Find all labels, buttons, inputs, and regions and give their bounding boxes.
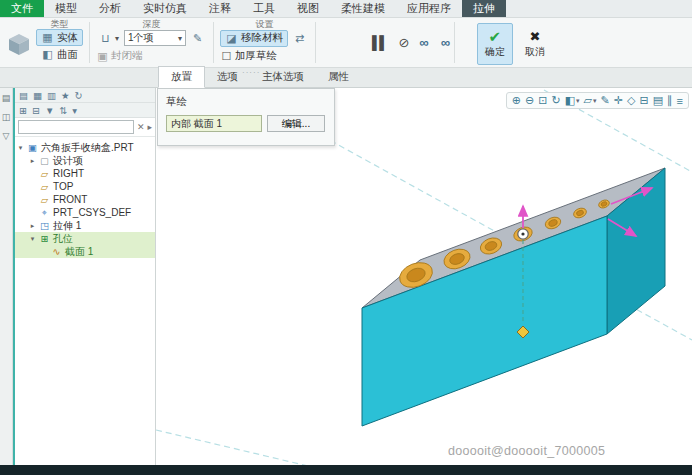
plane-icon: ▱: [39, 181, 50, 192]
tree-item-extrude-1[interactable]: ▸ ◳ 拉伸 1: [15, 219, 155, 232]
ribbon-separator: [213, 22, 214, 63]
expand-all-icon[interactable]: ⊞: [19, 105, 27, 116]
tree-item-design-items[interactable]: ▸ ▢ 设计项: [15, 154, 155, 167]
left-rail: ▤ ◫ ▽: [0, 88, 13, 465]
tree-item-section-1[interactable]: ∿ 截面 1: [15, 245, 155, 258]
tree-item-top-plane[interactable]: ▱ TOP: [15, 180, 155, 193]
tree-item-label: 截面 1: [65, 245, 93, 259]
depth-edit-button[interactable]: ✎: [188, 30, 207, 47]
tree-item-front-plane[interactable]: ▱ FRONT: [15, 193, 155, 206]
tab-tools[interactable]: 工具: [242, 0, 286, 17]
folder-icon: ▢: [39, 155, 50, 166]
saved-views-icon[interactable]: ▤: [653, 94, 663, 107]
no-preview-button[interactable]: ⊘: [398, 35, 407, 50]
view-manager-icon[interactable]: ≡: [677, 95, 683, 107]
zoom-out-icon[interactable]: ⊖: [525, 94, 534, 107]
depth-group: 深度 ⊔ ▾ 1个项 ▾ ✎ ▣ 封闭端: [94, 19, 209, 66]
display-style-icon[interactable]: ◧: [565, 94, 575, 107]
sketch-collector-field[interactable]: 内部 截面 1: [166, 115, 262, 132]
tab-flexible-modeling[interactable]: 柔性建模: [330, 0, 396, 17]
tree-sort-icon[interactable]: ⇅: [59, 105, 67, 116]
placement-panel: 草绘 内部 截面 1 编辑...: [157, 88, 335, 146]
graphics-viewport[interactable]: ⊕ ⊖ ⊡ ↻ ◧ ▾ ▱ ▾ ✎ ✛ ◇ ⊟ ▤ ∥ ≡ 草绘 内部 截面 1…: [156, 88, 692, 465]
thicken-checkbox[interactable]: ☐: [220, 50, 233, 63]
section-icon[interactable]: ⊟: [639, 94, 648, 107]
dashboard-panel-tabs: ····· 放置 选项 主体选项 属性: [0, 68, 692, 88]
tree-item-label: 孔位: [53, 232, 73, 246]
solid-icon: ▦: [41, 31, 54, 44]
pause-icon[interactable]: ∥: [667, 94, 673, 107]
repaint-icon[interactable]: ↻: [551, 94, 560, 107]
clear-search-icon[interactable]: ✕: [137, 122, 145, 132]
tab-view[interactable]: 视图: [286, 0, 330, 17]
tree-search-input[interactable]: [18, 120, 134, 134]
tab-analysis[interactable]: 分析: [88, 0, 132, 17]
spin-center-icon[interactable]: ✛: [614, 94, 623, 107]
display-style-caret-icon[interactable]: ▾: [576, 97, 580, 105]
file-menu-button[interactable]: 文件: [0, 0, 44, 17]
tree-item-label: RIGHT: [53, 168, 84, 179]
ribbon-separator: [89, 22, 90, 63]
layer-tree-icon[interactable]: ▦: [33, 90, 42, 101]
drag-handle[interactable]: [518, 229, 528, 239]
filter-funnel-icon[interactable]: ▽: [3, 131, 10, 141]
annotation-display-icon[interactable]: ✎: [601, 94, 610, 107]
cancel-label: 取消: [525, 45, 545, 59]
pause-button[interactable]: ▌▌: [372, 35, 386, 50]
surface-label: 曲面: [57, 48, 78, 62]
tree-item-label: FRONT: [53, 194, 87, 205]
refit-icon[interactable]: ⊡: [538, 94, 547, 107]
tab-annotate[interactable]: 注释: [198, 0, 242, 17]
tab-properties[interactable]: 属性: [316, 67, 361, 87]
depth-type-button[interactable]: ⊔ ▾: [96, 30, 122, 47]
type-group: 类型 ▦ 实体 ◧ 曲面: [34, 19, 85, 66]
tree-search-row: ✕ ▸: [15, 118, 155, 137]
depth-group-label: 深度: [96, 19, 207, 29]
detail-tree-icon[interactable]: ▥: [47, 90, 56, 101]
tree-root-item[interactable]: ▾ ▣ 六角扳手收纳盒.PRT: [15, 141, 155, 154]
tree-item-csys[interactable]: ⌖ PRT_CSYS_DEF: [15, 206, 155, 219]
navigator-toggle-icon[interactable]: ▤: [2, 93, 11, 103]
surface-button[interactable]: ◧ 曲面: [36, 46, 83, 63]
search-next-icon[interactable]: ▸: [147, 122, 152, 132]
tab-placement[interactable]: 放置: [158, 66, 205, 88]
collapse-all-icon[interactable]: ⊟: [32, 105, 40, 116]
tree-item-right-plane[interactable]: ▱ RIGHT: [15, 167, 155, 180]
extrude-dashboard: 类型 ▦ 实体 ◧ 曲面 深度 ⊔ ▾ 1个项 ▾ ✎ ▣ 封闭端: [0, 18, 692, 68]
panel-drag-dots-icon: ·····: [242, 68, 260, 77]
capped-ends-icon: ▣: [96, 50, 109, 63]
type-group-label: 类型: [36, 19, 83, 29]
tree-item-hole-group[interactable]: ▾ ⊞ 孔位: [15, 232, 155, 245]
perspective-icon[interactable]: ◇: [627, 94, 635, 107]
cancel-button[interactable]: ✖ 取消: [517, 23, 553, 65]
remove-material-button[interactable]: ◪ 移除材料: [220, 30, 288, 47]
tree-settings-caret-icon[interactable]: ▾: [72, 105, 77, 116]
solid-button[interactable]: ▦ 实体: [36, 29, 83, 46]
tree-filter-icon[interactable]: ▼: [45, 105, 54, 116]
flip-material-side-button[interactable]: ⇄: [290, 30, 309, 47]
tab-model[interactable]: 模型: [44, 0, 88, 17]
caret-icon[interactable]: ▸: [29, 222, 36, 230]
history-icon[interactable]: ↻: [74, 90, 82, 101]
model-tree: ▾ ▣ 六角扳手收纳盒.PRT ▸ ▢ 设计项 ▱ RIGHT ▱ TOP: [15, 137, 155, 465]
model-tree-icon[interactable]: ▤: [19, 90, 28, 101]
caret-icon[interactable]: ▾: [29, 235, 36, 243]
caret-icon[interactable]: ▾: [17, 144, 24, 152]
verify-feature-button[interactable]: ∞: [419, 35, 428, 50]
tab-live-simulation[interactable]: 实时仿真: [132, 0, 198, 17]
in-graphics-toolbar: ⊕ ⊖ ⊡ ↻ ◧ ▾ ▱ ▾ ✎ ✛ ◇ ⊟ ▤ ∥ ≡: [506, 92, 689, 109]
tab-extrude-active[interactable]: 拉伸: [462, 0, 506, 17]
datum-display-caret-icon[interactable]: ▾: [593, 97, 597, 105]
depth-value-select[interactable]: 1个项 ▾: [124, 30, 186, 46]
edit-button[interactable]: 编辑...: [267, 115, 325, 132]
zoom-in-icon[interactable]: ⊕: [512, 94, 521, 107]
ok-button[interactable]: ✔ 确定: [477, 23, 513, 65]
chevron-down-icon: ▾: [115, 34, 119, 43]
caret-icon[interactable]: ▸: [29, 157, 36, 165]
favorites-icon[interactable]: ★: [61, 90, 70, 101]
attached-preview-button[interactable]: ∞: [441, 35, 450, 50]
datum-display-icon[interactable]: ▱: [584, 94, 592, 107]
tab-applications[interactable]: 应用程序: [396, 0, 462, 17]
browser-toggle-icon[interactable]: ◫: [2, 112, 11, 122]
model-tree-panel: ▤ ▦ ▥ ★ ↻ ⊞ ⊟ ▼ ⇅ ▾ ✕ ▸ ▾ ▣ 六角扳手收纳盒.PRT …: [13, 88, 156, 465]
